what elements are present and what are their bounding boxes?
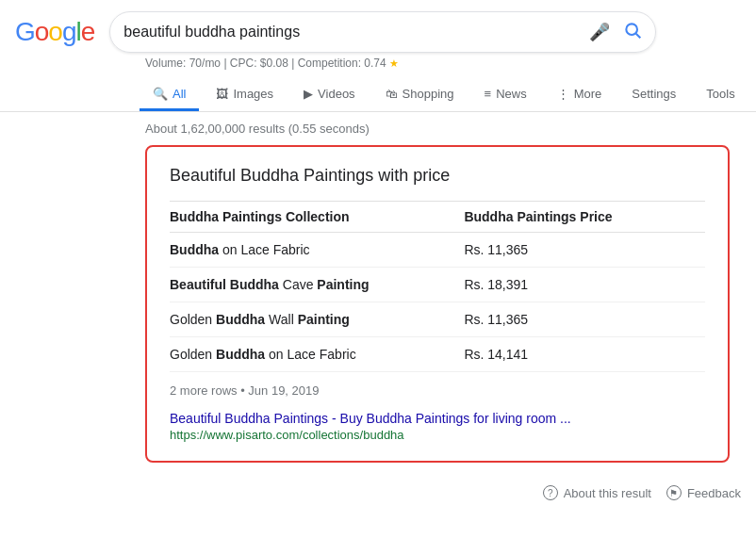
search-bar-wrap: 🎤: [109, 11, 656, 53]
col1-header: Buddha Paintings Collection: [170, 202, 464, 233]
tab-more-label: More: [574, 87, 602, 101]
featured-title: Beautiful Buddha Paintings with price: [170, 166, 705, 186]
more-icon: ⋮: [557, 87, 569, 101]
tab-images[interactable]: 🖼 Images: [203, 79, 287, 111]
date-text: Jun 19, 2019: [248, 383, 319, 398]
images-icon: 🖼: [216, 87, 228, 101]
featured-table: Buddha Paintings Collection Buddha Paint…: [170, 201, 705, 372]
row3-price: Rs. 11,365: [464, 302, 705, 337]
tab-shopping[interactable]: 🛍 Shopping: [372, 79, 468, 111]
logo-letter-o1: o: [35, 17, 49, 47]
row1-collection: Buddha on Lace Fabric: [170, 233, 464, 268]
nav-tabs: 🔍 All 🖼 Images ▶ Videos 🛍 Shopping ≡ New…: [0, 73, 756, 112]
tab-more[interactable]: ⋮ More: [544, 79, 616, 111]
logo-letter-e: e: [81, 17, 95, 47]
about-this-result[interactable]: ? About this result: [543, 485, 651, 500]
tab-news-label: News: [496, 87, 527, 101]
row4-collection: Golden Buddha on Lace Fabric: [170, 337, 464, 372]
col2-header: Buddha Paintings Price: [464, 202, 705, 233]
bottom-bar: ? About this result ⚑ Feedback: [0, 478, 756, 508]
row1-price: Rs. 11,365: [464, 233, 705, 268]
tab-images-label: Images: [233, 87, 273, 101]
shopping-icon: 🛍: [386, 87, 398, 101]
tab-all-label: All: [173, 87, 186, 101]
header: Google 🎤: [0, 0, 756, 53]
tab-news[interactable]: ≡ News: [471, 79, 540, 111]
table-row: Golden Buddha on Lace Fabric Rs. 14,141: [170, 337, 705, 372]
result-link[interactable]: Beautiful Buddha Paintings - Buy Buddha …: [170, 411, 705, 426]
all-icon: 🔍: [153, 87, 168, 101]
google-logo: Google: [15, 17, 94, 47]
star-icon: ★: [389, 57, 399, 69]
main-content: Beautiful Buddha Paintings with price Bu…: [0, 145, 756, 463]
feedback-button[interactable]: ⚑ Feedback: [666, 485, 741, 500]
results-count-text: About 1,62,00,000 results (0.55 seconds): [145, 122, 370, 136]
nav-right: Settings Tools: [618, 79, 756, 111]
row2-price: Rs. 18,391: [464, 268, 705, 302]
svg-point-0: [627, 24, 638, 35]
logo-letter-o2: o: [48, 17, 62, 47]
table-row: Beautiful Buddha Cave Painting Rs. 18,39…: [170, 268, 705, 302]
results-count: About 1,62,00,000 results (0.55 seconds): [0, 112, 756, 145]
featured-snippet-box: Beautiful Buddha Paintings with price Bu…: [145, 145, 730, 463]
result-link-text: Beautiful Buddha Paintings - Buy Buddha …: [170, 411, 571, 426]
row4-bold: Buddha: [216, 347, 265, 362]
tools-label: Tools: [706, 87, 734, 101]
tab-settings[interactable]: Settings: [618, 79, 689, 111]
tab-videos[interactable]: ▶ Videos: [290, 79, 369, 111]
table-row: Golden Buddha Wall Painting Rs. 11,365: [170, 302, 705, 337]
search-input[interactable]: [123, 24, 580, 41]
tab-tools[interactable]: Tools: [693, 79, 748, 111]
result-url: https://www.pisarto.com/collections/budd…: [170, 428, 705, 442]
row2-collection: Beautiful Buddha Cave Painting: [170, 268, 464, 302]
search-bar: 🎤: [109, 11, 656, 53]
settings-label: Settings: [632, 87, 676, 101]
row3-collection: Golden Buddha Wall Painting: [170, 302, 464, 337]
about-label: About this result: [564, 486, 651, 500]
news-icon: ≡: [485, 87, 492, 101]
row1-bold: Buddha: [170, 242, 219, 257]
about-icon: ?: [543, 485, 558, 500]
more-rows: 2 more rows • Jun 19, 2019: [170, 383, 705, 398]
table-row: Buddha on Lace Fabric Rs. 11,365: [170, 233, 705, 268]
tab-videos-label: Videos: [318, 87, 355, 101]
more-rows-text: 2 more rows: [170, 383, 238, 398]
svg-line-1: [636, 33, 641, 38]
logo-letter-g: G: [15, 17, 35, 47]
feedback-icon: ⚑: [666, 485, 682, 500]
row4-price: Rs. 14,141: [464, 337, 705, 372]
search-meta-text: Volume: 70/mo | CPC: $0.08 | Competition…: [145, 57, 386, 70]
search-icon[interactable]: [623, 21, 642, 44]
search-meta: Volume: 70/mo | CPC: $0.08 | Competition…: [0, 53, 756, 70]
tab-shopping-label: Shopping: [403, 87, 454, 101]
videos-icon: ▶: [304, 87, 313, 101]
mic-icon[interactable]: 🎤: [589, 22, 610, 42]
row3-bold: Buddha: [216, 312, 265, 327]
tab-all[interactable]: 🔍 All: [140, 79, 199, 111]
row2-bold: Beautiful Buddha: [170, 277, 279, 292]
feedback-label: Feedback: [687, 486, 741, 500]
logo-letter-g2: g: [62, 17, 76, 47]
